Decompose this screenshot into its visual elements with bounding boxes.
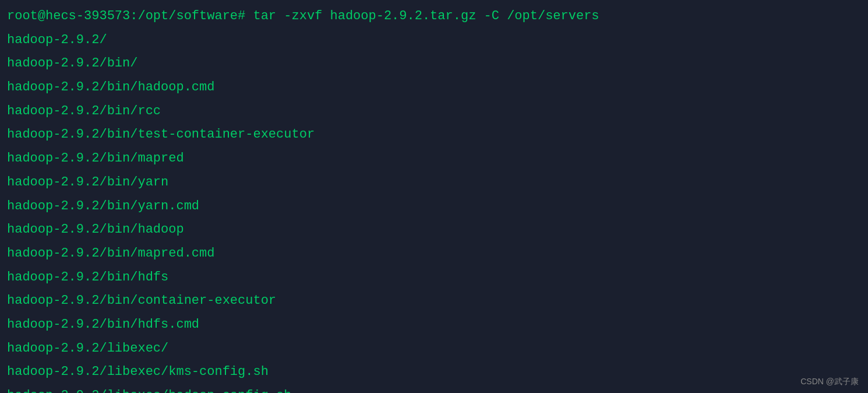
terminal-line: hadoop-2.9.2/bin/hadoop.cmd (7, 76, 861, 100)
terminal-line: hadoop-2.9.2/libexec/hadoop-config.sh (7, 384, 861, 393)
terminal-line: hadoop-2.9.2/bin/hadoop (7, 218, 861, 242)
terminal-line: hadoop-2.9.2/bin/yarn (7, 171, 861, 195)
terminal-line: hadoop-2.9.2/bin/ (7, 52, 861, 76)
terminal-line: hadoop-2.9.2/bin/test-container-executor (7, 123, 861, 147)
terminal-line: root@hecs-393573:/opt/software# tar -zxv… (7, 5, 861, 29)
watermark: CSDN @武子康 (800, 377, 859, 387)
terminal-line: hadoop-2.9.2/ (7, 29, 861, 52)
terminal-line: hadoop-2.9.2/bin/yarn.cmd (7, 195, 861, 219)
terminal-line: hadoop-2.9.2/bin/hdfs (7, 266, 861, 290)
terminal-line: hadoop-2.9.2/bin/mapred.cmd (7, 242, 861, 266)
terminal-line: hadoop-2.9.2/bin/container-executor (7, 289, 861, 313)
terminal-line: hadoop-2.9.2/libexec/kms-config.sh (7, 360, 861, 384)
terminal-line: hadoop-2.9.2/bin/rcc (7, 100, 861, 124)
terminal-line: hadoop-2.9.2/bin/mapred (7, 147, 861, 171)
terminal-line: hadoop-2.9.2/libexec/ (7, 337, 861, 361)
terminal-window: root@hecs-393573:/opt/software# tar -zxv… (0, 0, 868, 393)
terminal-line: hadoop-2.9.2/bin/hdfs.cmd (7, 313, 861, 337)
